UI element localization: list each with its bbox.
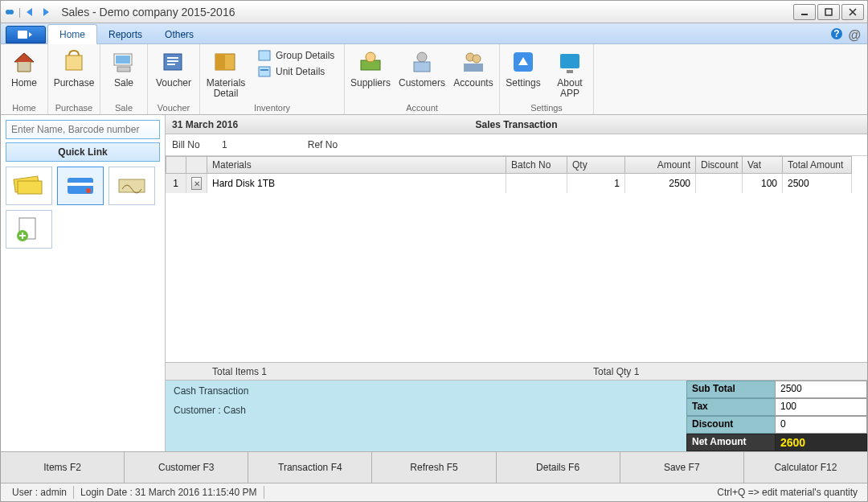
subtotal-label: Sub Total [686,381,775,398]
ribbon-group-voucher-label: Voucher [148,102,199,114]
svg-rect-16 [215,54,225,70]
unit-details-icon [258,65,271,78]
ribbon-settings-button[interactable]: Settings [500,44,547,102]
ribbon-suppliers-button[interactable]: Suppliers [345,44,396,102]
status-login-date: Login Date : 31 March 2016 11:15:40 PM [74,486,264,499]
row-delete-cell: ✕ [186,174,207,193]
cell-discount[interactable] [696,174,743,193]
ribbon-group-home: Home Home [1,44,48,114]
col-total-amount[interactable]: Total Amount [783,156,852,174]
svg-rect-17 [259,51,270,60]
ref-no-label: Ref No [308,139,338,150]
details-f6-button[interactable]: Details F6 [497,452,620,483]
tax-value[interactable]: 100 [775,398,867,416]
bill-no-value: 1 [222,139,227,150]
tax-label: Tax [686,398,775,416]
save-f7-button[interactable]: Save F7 [620,452,744,483]
col-vat[interactable]: Vat [743,156,783,174]
ribbon-about-label: About APP [557,78,582,99]
ribbon-about-button[interactable]: About APP [547,44,593,102]
cell-qty[interactable]: 1 [567,174,625,193]
svg-rect-3 [825,9,832,15]
summary-area: Cash Transaction Customer : Cash Sub Tot… [166,380,867,451]
net-value: 2600 [775,434,867,451]
ribbon-sale-label: Sale [114,78,133,88]
ribbon-group-details-button[interactable]: Group Details [258,49,334,62]
ribbon-home-label: Home [11,78,37,88]
svg-rect-19 [260,69,268,71]
ribbon-materials-detail-button[interactable]: Materials Detail [200,44,252,102]
customer-label: Customer : Cash [174,405,678,416]
thumb-cheque[interactable] [108,167,155,205]
db-icon[interactable] [4,6,15,18]
tab-home[interactable]: Home [47,24,97,44]
table-row[interactable]: 1 ✕ Hard Disk 1TB 1 2500 100 2500 [166,174,867,193]
net-label: Net Amount [686,434,775,451]
main-panel: 31 March 2016 Sales Transaction Bill No … [166,115,867,451]
quick-link-button[interactable]: Quick Link [6,142,160,162]
items-f2-button[interactable]: Items F2 [1,452,125,483]
ribbon-unit-details-label: Unit Details [276,66,325,77]
menu-tabs: Home Reports Others [47,23,205,43]
col-batch-no[interactable]: Batch No [506,156,567,174]
help-icon[interactable]: ? [830,27,843,43]
svg-point-34 [86,188,91,193]
col-materials[interactable]: Materials [207,156,506,174]
discount-value[interactable]: 0 [775,416,867,434]
search-input[interactable] [6,120,160,139]
tab-others[interactable]: Others [154,25,205,43]
ribbon-voucher-button[interactable]: Voucher [148,44,199,102]
col-qty[interactable]: Qty [567,156,625,174]
svg-rect-14 [167,64,175,65]
total-qty: Total Qty 1 [593,366,639,377]
cell-amount[interactable]: 2500 [625,174,696,193]
back-icon[interactable] [24,6,39,18]
maximize-button[interactable] [817,4,840,20]
calculator-f12-button[interactable]: Calculator F12 [744,452,867,483]
thumb-cash[interactable] [6,167,52,205]
minimize-button[interactable] [793,4,816,20]
refresh-f5-button[interactable]: Refresh F5 [372,452,496,483]
transaction-f4-button[interactable]: Transaction F4 [248,452,372,483]
ribbon-customers-label: Customers [399,78,445,88]
forward-icon[interactable] [40,6,55,18]
cell-batch[interactable] [506,174,567,193]
ribbon-unit-details-button[interactable]: Unit Details [258,65,334,78]
ribbon-group-purchase-label: Purchase [48,102,100,114]
ribbon-group-sale-label: Sale [100,102,147,114]
cell-material[interactable]: Hard Disk 1TB [207,174,506,193]
thumb-add-doc[interactable] [6,210,52,249]
svg-rect-28 [560,54,579,68]
col-amount[interactable]: Amount [625,156,696,174]
ribbon-accounts-button[interactable]: Accounts [448,44,499,102]
ribbon-home-button[interactable]: Home [1,44,47,102]
svg-rect-10 [116,56,130,64]
main-header: 31 March 2016 Sales Transaction [166,115,867,134]
ribbon-purchase-label: Purchase [54,78,95,88]
app-menu-button[interactable] [6,26,46,43]
customer-f3-button[interactable]: Customer F3 [125,452,248,483]
tab-reports[interactable]: Reports [97,25,154,43]
title-bar: | Sales - Demo company 2015-2016 [1,1,867,23]
thumb-card[interactable] [57,167,104,205]
grid-body[interactable]: 1 ✕ Hard Disk 1TB 1 2500 100 2500 [166,174,867,362]
row-delete-button[interactable]: ✕ [191,177,202,190]
ribbon-voucher-label: Voucher [156,78,191,88]
subtotal-value[interactable]: 2500 [775,381,867,398]
ribbon-suppliers-label: Suppliers [350,78,391,88]
bill-no-label: Bill No [172,139,200,150]
materials-icon [213,49,239,75]
svg-text:?: ? [834,28,840,39]
quicklink-thumbs [1,167,165,249]
ribbon-group-inventory: Materials Detail Group Details Unit Deta… [200,44,345,114]
at-icon[interactable]: @ [848,28,861,43]
close-button[interactable] [841,4,864,20]
cell-total[interactable]: 2500 [783,174,852,193]
svg-point-1 [9,10,14,14]
ribbon-purchase-button[interactable]: Purchase [48,44,100,102]
col-discount[interactable]: Discount [696,156,743,174]
cell-vat[interactable]: 100 [743,174,783,193]
ribbon-customers-button[interactable]: Customers [396,44,448,102]
window-controls [793,4,864,20]
ribbon-sale-button[interactable]: Sale [100,44,147,102]
